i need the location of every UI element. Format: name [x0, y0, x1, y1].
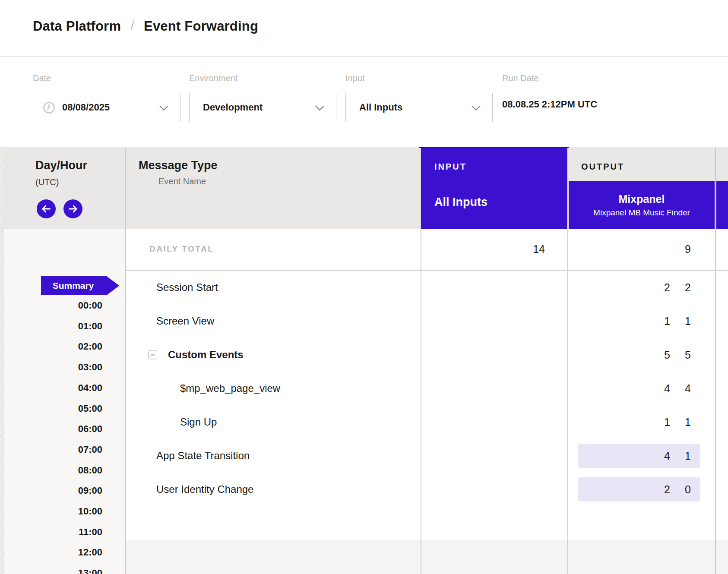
summary-tag[interactable]: Summary [41, 276, 119, 295]
previous-day-button[interactable] [37, 199, 56, 218]
event-name: Sign Up [180, 416, 217, 428]
input-column-title: All Inputs [434, 196, 487, 209]
arrow-left-icon [41, 203, 52, 214]
environment-value: Development [203, 102, 263, 113]
input-count: 5 [664, 349, 670, 361]
table-row: Custom Events55 [125, 338, 728, 372]
event-name: Custom Events [168, 349, 244, 361]
table-row: Sign Up11 [125, 405, 728, 439]
input-section-label: INPUT [434, 162, 467, 172]
run-date-label: Run Date [502, 73, 539, 83]
clock-icon [43, 101, 55, 114]
event-name: $mp_web_page_view [180, 382, 280, 394]
day-hour-header: Day/Hour [35, 159, 87, 172]
run-date-value: 08.08.25 2:12PM UTC [502, 99, 597, 110]
chevron-down-icon [472, 102, 481, 111]
output-section-label: OUTPUT [581, 162, 624, 172]
output-column-subtitle: Mixpanel MB Music Finder [593, 208, 690, 218]
hour-label[interactable]: 06:00 [3, 423, 102, 435]
hour-label[interactable]: 08:00 [3, 464, 102, 476]
hour-label[interactable]: 04:00 [3, 382, 102, 394]
output-count: 1 [685, 450, 691, 462]
event-name: Session Start [156, 281, 218, 293]
hour-label[interactable]: 01:00 [3, 320, 102, 332]
table-row: App State Transition41 [125, 439, 728, 473]
table-row: Session Start22 [125, 271, 728, 304]
environment-filter-label: Environment [189, 73, 237, 83]
table-footer-area [125, 540, 728, 574]
chevron-down-icon [315, 102, 324, 111]
top-header: Data Platform / Event Forwarding [0, 0, 728, 57]
hour-label[interactable]: 05:00 [3, 403, 102, 415]
output-column-partial [716, 181, 728, 229]
event-name-subheader: Event Name [158, 177, 206, 186]
hour-label[interactable]: 07:00 [3, 444, 102, 456]
input-value: All Inputs [359, 102, 402, 113]
daily-total-output-count: 9 [685, 243, 691, 255]
input-count: 2 [664, 281, 670, 294]
input-count: 1 [664, 416, 670, 429]
output-count: 4 [685, 382, 691, 395]
day-hour-timezone: (UTC) [35, 177, 59, 187]
table-row: Screen View11 [125, 304, 728, 338]
date-filter-label: Date [33, 73, 51, 83]
hour-label[interactable]: 10:00 [3, 505, 102, 517]
daily-total-label: DAILY TOTAL [149, 244, 214, 254]
highlighted-output-cell [578, 477, 700, 501]
input-count: 2 [664, 483, 670, 496]
event-name: App State Transition [156, 450, 250, 462]
left-gutter-hatch [0, 147, 3, 574]
page-title: Event Forwarding [144, 19, 258, 34]
highlighted-output-cell [578, 444, 700, 468]
filters-bar: Date 08/08/2025 Environment Development … [0, 57, 728, 147]
daily-total-input-count: 14 [533, 243, 545, 255]
collapse-minus-icon[interactable] [148, 350, 157, 360]
input-dropdown[interactable]: All Inputs [345, 93, 493, 122]
hour-label[interactable]: 03:00 [3, 361, 102, 373]
output-count: 1 [685, 416, 691, 429]
environment-dropdown[interactable]: Development [189, 93, 336, 122]
chevron-down-icon [159, 102, 168, 111]
output-column-title: Mixpanel [619, 193, 665, 205]
event-name: Screen View [156, 315, 214, 327]
input-filter-label: Input [345, 73, 364, 83]
message-type-header: Message Type [139, 159, 218, 172]
input-count: 1 [664, 315, 670, 328]
output-count: 0 [685, 483, 691, 496]
output-column-header-mixpanel: Mixpanel Mixpanel MB Music Finder [569, 181, 715, 229]
hour-label[interactable]: 12:00 [3, 546, 102, 558]
output-count: 1 [685, 315, 691, 328]
input-count: 4 [664, 450, 670, 462]
breadcrumb: Data Platform / Event Forwarding [33, 18, 258, 34]
breadcrumb-separator-icon: / [130, 18, 134, 34]
next-day-button[interactable] [63, 199, 82, 218]
hour-label[interactable]: 09:00 [3, 485, 102, 497]
input-column-header: INPUT All Inputs [421, 145, 567, 229]
output-count: 2 [685, 281, 691, 294]
output-count: 5 [685, 349, 691, 361]
breadcrumb-data-platform[interactable]: Data Platform [33, 19, 121, 34]
event-forwarding-screen: Data Platform / Event Forwarding Date 08… [0, 0, 728, 574]
hour-label[interactable]: 11:00 [3, 526, 102, 538]
date-dropdown[interactable]: 08/08/2025 [33, 93, 180, 122]
hour-label[interactable]: 02:00 [3, 341, 102, 353]
arrow-right-icon [67, 203, 79, 214]
input-count: 4 [664, 382, 670, 395]
hour-label[interactable]: 00:00 [3, 300, 102, 312]
hour-label[interactable]: 13:00 [3, 567, 102, 574]
date-value: 08/08/2025 [62, 102, 110, 113]
table-row: User Identity Change20 [125, 473, 728, 506]
event-name: User Identity Change [156, 483, 253, 495]
table-row: $mp_web_page_view44 [125, 372, 728, 405]
